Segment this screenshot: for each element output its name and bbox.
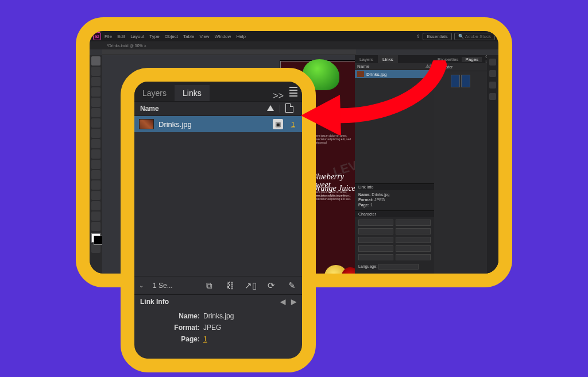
main-menu[interactable]: File Edit Layout Type Object Table View … [105, 34, 250, 39]
col-page-icon[interactable] [283, 103, 296, 114]
font-style-field[interactable] [396, 220, 431, 226]
swatches-panel-icon[interactable] [489, 70, 496, 77]
tab-properties[interactable]: Properties [434, 57, 462, 62]
edit-original-icon[interactable]: ✎ [286, 280, 297, 291]
line-tool-icon[interactable] [91, 108, 100, 117]
screen-mode-icon[interactable] [91, 244, 100, 253]
menu-object[interactable]: Object [165, 34, 178, 39]
stock-search[interactable]: 🔍 Adobe Stock [454, 33, 495, 40]
kerning-field[interactable] [358, 237, 393, 243]
rectangle-frame-tool-icon[interactable] [91, 139, 100, 148]
mini-link-info: Link Info Name: Drinks.jpg Format: JPEG … [355, 183, 434, 210]
language-field[interactable] [378, 264, 419, 270]
hand-tool-icon[interactable] [91, 211, 100, 221]
document-tab[interactable]: *Drinks.indd @ 50% × [107, 44, 146, 48]
mini-tab-links[interactable]: Links [378, 55, 398, 63]
links-panel-tabs[interactable]: Layers Links >> [134, 82, 302, 101]
menu-help[interactable]: Help [237, 34, 246, 39]
col-status-warning-icon[interactable] [264, 105, 277, 113]
menu-file[interactable]: File [105, 34, 112, 39]
menu-table[interactable]: Table [183, 34, 194, 39]
document-tabs[interactable]: *Drinks.indd @ 50% × [90, 41, 498, 49]
font-family-field[interactable] [358, 220, 393, 226]
link-row[interactable]: Drinks.jpg ▣ 1 [134, 116, 302, 132]
info-page[interactable]: 1 [203, 335, 207, 343]
pages-panel-body[interactable] [434, 71, 487, 274]
page-thumb-1[interactable] [451, 75, 460, 87]
tracking-field[interactable] [396, 237, 431, 243]
scissors-tool-icon[interactable] [91, 160, 100, 169]
font-size-field[interactable] [358, 228, 393, 234]
relink-icon[interactable]: ⛓ [224, 280, 235, 290]
links-header-row[interactable]: Name [134, 101, 302, 116]
tab-links[interactable]: Links [175, 85, 210, 101]
collapse-panel-icon[interactable]: >> [267, 91, 289, 101]
zoom-tool-icon[interactable] [91, 222, 100, 231]
mini-link-info-header: Link Info [355, 184, 434, 190]
mini-link-page[interactable]: 1 [430, 72, 432, 77]
hscale-field[interactable] [396, 245, 431, 252]
skew-field[interactable] [396, 254, 431, 260]
gradient-panel-icon[interactable] [489, 93, 496, 100]
note-tool-icon[interactable] [91, 191, 100, 200]
type-tool-icon[interactable] [91, 98, 100, 107]
character-panel[interactable]: Character Language: [355, 210, 434, 274]
color-panel-icon[interactable] [489, 59, 496, 66]
panel-menu-icon[interactable] [289, 82, 302, 101]
gradient-tool-icon[interactable] [91, 180, 100, 190]
baseline-field[interactable] [358, 254, 393, 260]
fill-stroke-swatch-icon[interactable] [91, 233, 100, 243]
page-tool-icon[interactable] [91, 77, 100, 86]
mini-link-filename: Drinks.jpg [366, 72, 387, 77]
page-thumb-2[interactable] [461, 75, 470, 87]
share-icon[interactable]: ⇪ [416, 34, 420, 39]
update-link-icon[interactable]: ⟳ [265, 280, 277, 291]
relink-cc-icon[interactable]: ⧉ [203, 280, 215, 291]
link-info-header[interactable]: Link Info ◀ ▶ [134, 294, 302, 308]
pages-panel-tabs[interactable]: Properties Pages CC Libraries [434, 55, 487, 63]
link-thumbnail-icon [139, 119, 154, 129]
mini-tab-layers[interactable]: Layers [355, 55, 378, 63]
app-menubar: Id File Edit Layout Type Object Table Vi… [90, 31, 498, 41]
menu-layout[interactable]: Layout [130, 34, 144, 39]
free-transform-tool-icon[interactable] [91, 170, 100, 179]
links-panel: Layers Links >> Name Drinks.jpg ▣ 1 ⌄ 1 … [121, 68, 316, 372]
vscale-field[interactable] [358, 245, 393, 252]
pencil-tool-icon[interactable] [91, 129, 100, 138]
mini-link-thumb-icon [357, 71, 364, 77]
stroke-panel-icon[interactable] [489, 82, 496, 89]
mini-link-row[interactable]: Drinks.jpg 1 [355, 70, 434, 78]
tab-layers[interactable]: Layers [134, 85, 175, 101]
tools-panel[interactable] [90, 55, 102, 274]
menu-type[interactable]: Type [149, 34, 159, 39]
tab-pages[interactable]: Pages [462, 57, 482, 62]
master-page-label[interactable]: A-Master [434, 63, 487, 71]
direct-selection-tool-icon[interactable] [91, 67, 100, 76]
rectangle-tool-icon[interactable] [91, 149, 100, 159]
leading-field[interactable] [396, 228, 431, 234]
collapsed-panels-strip[interactable] [487, 55, 498, 274]
selection-tool-icon[interactable] [91, 56, 100, 66]
menu-view[interactable]: View [199, 34, 209, 39]
expand-caret-icon[interactable]: ⌄ [139, 282, 144, 288]
selected-count: 1 Se... [153, 282, 173, 290]
info-format: JPEG [203, 324, 221, 332]
right-panels: Layers Links Name⚠▯ Drinks.jpg 1 Link In… [355, 55, 498, 274]
workspace-switcher[interactable]: Essentials [423, 33, 451, 40]
link-info-body: Name:Drinks.jpg Format:JPEG Page:1 [134, 308, 302, 351]
links-panel-tabs-mini[interactable]: Layers Links [355, 55, 434, 63]
pen-tool-icon[interactable] [91, 118, 100, 128]
link-page-number[interactable]: 1 [291, 120, 295, 129]
menu-edit[interactable]: Edit [117, 34, 125, 39]
gap-tool-icon[interactable] [91, 87, 100, 97]
horizontal-ruler [102, 49, 356, 55]
mini-links-header: Name⚠▯ [355, 63, 434, 70]
prev-link-icon[interactable]: ◀ [280, 298, 285, 306]
menu-window[interactable]: Window [215, 34, 231, 39]
eyedropper-tool-icon[interactable] [91, 201, 100, 210]
links-list-body [134, 132, 302, 276]
next-link-icon[interactable]: ▶ [291, 298, 296, 306]
go-to-link-icon[interactable]: ↗▯ [245, 280, 256, 291]
info-name: Drinks.jpg [203, 312, 234, 320]
col-name[interactable]: Name [140, 105, 159, 113]
